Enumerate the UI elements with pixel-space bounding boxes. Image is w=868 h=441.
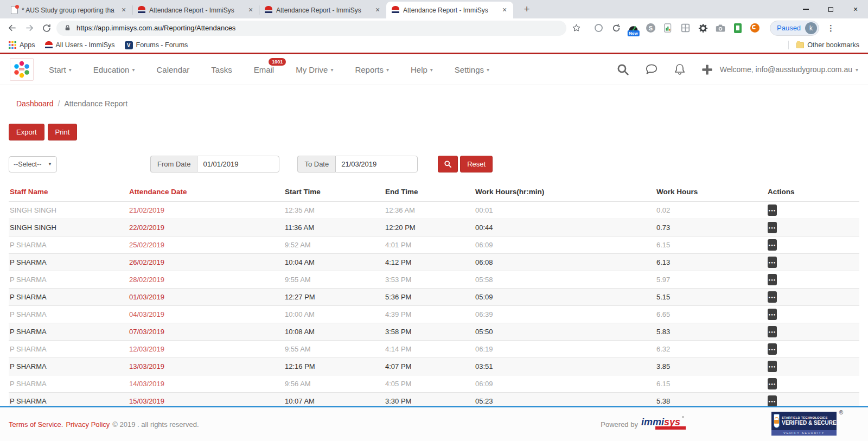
- recycle-extension-icon[interactable]: [611, 23, 621, 33]
- bookmark-apps[interactable]: Apps: [5, 40, 39, 50]
- nav-item-calendar[interactable]: Calendar: [156, 65, 189, 74]
- nav-item-my-drive[interactable]: My Drive ▾: [296, 65, 333, 74]
- ellipsis-icon: ●●●: [769, 244, 776, 247]
- chat-icon[interactable]: [644, 62, 659, 76]
- search-button[interactable]: [438, 156, 458, 172]
- browser-tab-1[interactable]: * AUS Study group reporting tha ×: [5, 2, 132, 18]
- terms-of-service-link[interactable]: Terms of Service.: [9, 420, 63, 429]
- row-actions-button[interactable]: ●●●: [768, 257, 777, 268]
- web-clipper-extension-icon[interactable]: [663, 23, 673, 33]
- bookmarks-divider: [788, 41, 789, 49]
- nav-item-reports[interactable]: Reports ▾: [355, 65, 389, 74]
- nav-item-label: Reports: [355, 65, 384, 74]
- from-date-input[interactable]: [197, 156, 279, 172]
- end-time-cell: 4:12 PM: [384, 254, 474, 271]
- window-close-button[interactable]: ×: [843, 0, 868, 18]
- bell-icon[interactable]: [673, 62, 686, 76]
- plus-icon[interactable]: [701, 63, 713, 76]
- browser-tab-4-active[interactable]: Attendance Report - ImmiSys ×: [386, 2, 513, 18]
- row-actions-button[interactable]: ●●●: [768, 291, 777, 303]
- end-time-cell: 4:39 PM: [384, 306, 474, 323]
- grid-extension-icon[interactable]: [680, 23, 691, 33]
- table-row: SINGH SINGH22/02/201911:36 AM12:20 PM00:…: [9, 219, 859, 237]
- end-time-cell: 4:07 PM: [384, 358, 474, 375]
- tab-close-icon[interactable]: ×: [500, 6, 509, 15]
- skype-extension-icon[interactable]: S: [646, 23, 656, 33]
- reset-button[interactable]: Reset: [460, 156, 493, 172]
- browser-tab-2[interactable]: Attendance Report - ImmiSys ×: [132, 2, 259, 18]
- bookmark-all-users[interactable]: All Users - ImmiSys: [42, 40, 118, 50]
- staff-select-dropdown[interactable]: --Select-- ▼: [9, 156, 57, 172]
- nav-item-label: Education: [93, 65, 130, 74]
- row-actions-button[interactable]: ●●●: [768, 326, 777, 337]
- phone-extension-icon[interactable]: [732, 23, 743, 33]
- email-count-badge: 1001: [269, 58, 286, 66]
- speed-gauge-extension-icon[interactable]: New: [628, 23, 639, 33]
- header-attendance-date[interactable]: Attendance Date: [128, 184, 284, 202]
- nav-item-tasks[interactable]: Tasks: [211, 65, 232, 74]
- actions-cell: ●●●: [767, 358, 859, 375]
- search-icon: [444, 160, 452, 168]
- nav-item-help[interactable]: Help ▾: [411, 65, 433, 74]
- header-actions: Actions: [767, 184, 859, 202]
- tab-close-icon[interactable]: ×: [119, 6, 128, 15]
- header-staff-name[interactable]: Staff Name: [9, 184, 128, 202]
- welcome-user-menu[interactable]: Welcome, info@ausstudygroup.com.au ▾: [720, 65, 858, 74]
- aus-study-group-logo[interactable]: [10, 58, 34, 81]
- url-bar[interactable]: https://app.immisys.com.au/Reporting/Att…: [56, 21, 566, 36]
- bookmark-star-button[interactable]: [569, 21, 584, 36]
- nav-item-start[interactable]: Start ▾: [49, 65, 72, 74]
- refresh-button[interactable]: [39, 21, 54, 36]
- end-time-cell: 3:58 PM: [384, 323, 474, 341]
- staff-name-cell: SINGH SINGH: [9, 219, 128, 237]
- other-bookmarks-button[interactable]: Other bookmarks: [793, 40, 863, 50]
- attendance-date-cell: 01/03/2019: [128, 289, 284, 306]
- browser-menu-button[interactable]: ⋮: [827, 23, 835, 33]
- window-restore-button[interactable]: [818, 0, 843, 18]
- ellipsis-icon: ●●●: [769, 209, 776, 212]
- to-date-input[interactable]: [335, 156, 418, 172]
- verified-secured-seal[interactable]: ® STARFIELD TECHNOLOGIES VERIFIED & SECU…: [771, 412, 837, 436]
- row-actions-button[interactable]: ●●●: [768, 361, 777, 372]
- nav-item-email[interactable]: 1001 Email: [254, 65, 275, 74]
- table-row: P SHARMA26/02/201910:04 AM4:12 PM06:086.…: [9, 254, 859, 271]
- table-row: P SHARMA01/03/201912:27 PM5:36 PM05:095.…: [9, 289, 859, 306]
- seal-verify-security: VERIFY SECURITY: [771, 430, 837, 436]
- tab-title: Attendance Report - ImmiSys: [403, 7, 496, 14]
- privacy-policy-link[interactable]: Privacy Policy: [66, 420, 110, 429]
- circle-extension-icon[interactable]: [593, 23, 604, 33]
- window-minimize-button[interactable]: [793, 0, 818, 18]
- bookmark-forums[interactable]: V Forums - Forums: [122, 40, 192, 50]
- row-actions-button[interactable]: ●●●: [768, 204, 777, 216]
- print-button[interactable]: Print: [48, 124, 78, 140]
- camera-extension-icon[interactable]: [715, 23, 725, 33]
- table-row: P SHARMA28/02/20199:55 AM3:53 PM05:585.9…: [9, 271, 859, 289]
- row-actions-button[interactable]: ●●●: [768, 395, 777, 407]
- back-button[interactable]: [4, 21, 20, 36]
- tab-close-icon[interactable]: ×: [373, 6, 382, 15]
- search-icon[interactable]: [616, 63, 630, 76]
- row-actions-button[interactable]: ●●●: [768, 378, 777, 389]
- new-badge: New: [627, 30, 639, 36]
- chevron-down-icon: ▾: [386, 67, 389, 73]
- breadcrumb-dashboard-link[interactable]: Dashboard: [16, 99, 54, 108]
- start-time-cell: 10:04 AM: [284, 254, 384, 271]
- row-actions-button[interactable]: ●●●: [768, 274, 777, 285]
- new-tab-button[interactable]: +: [520, 3, 534, 15]
- nav-item-settings[interactable]: Settings ▾: [455, 65, 489, 74]
- ellipsis-icon: ●●●: [769, 330, 776, 334]
- attendance-date-cell: 22/02/2019: [128, 219, 284, 237]
- browser-profile-button[interactable]: Paused k: [770, 21, 819, 36]
- export-button[interactable]: Export: [9, 124, 44, 140]
- orange-extension-icon[interactable]: [750, 23, 760, 33]
- forward-button[interactable]: [22, 21, 37, 36]
- browser-tab-3[interactable]: Attendance Report - ImmiSys ×: [259, 2, 386, 18]
- row-actions-button[interactable]: ●●●: [768, 239, 777, 251]
- gear-extension-icon[interactable]: [698, 23, 708, 33]
- row-actions-button[interactable]: ●●●: [768, 222, 777, 233]
- row-actions-button[interactable]: ●●●: [768, 343, 777, 355]
- tab-close-icon[interactable]: ×: [246, 6, 255, 15]
- row-actions-button[interactable]: ●●●: [768, 309, 777, 320]
- welcome-label: Welcome, info@ausstudygroup.com.au: [720, 65, 852, 74]
- nav-item-education[interactable]: Education ▾: [93, 65, 135, 74]
